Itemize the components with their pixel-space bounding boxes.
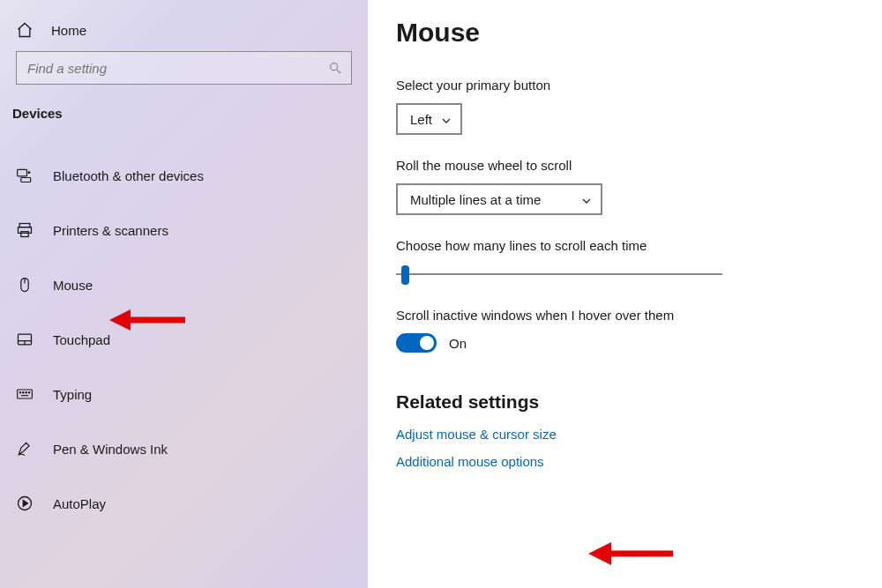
lines-slider[interactable] — [396, 264, 722, 285]
svg-rect-5 — [19, 224, 30, 227]
setting-lines-to-scroll: Choose how many lines to scroll each tim… — [396, 238, 856, 285]
annotation-arrow-link — [587, 539, 675, 569]
bluetooth-devices-icon — [16, 167, 34, 184]
setting-scroll-inactive: Scroll inactive windows when I hover ove… — [396, 308, 856, 353]
chevron-down-icon — [441, 114, 452, 124]
select-value: Left — [410, 112, 432, 127]
wheel-scroll-select[interactable]: Multiple lines at a time — [396, 183, 602, 215]
setting-label: Roll the mouse wheel to scroll — [396, 158, 856, 173]
main-panel: Mouse Select your primary button Left Ro… — [368, 0, 882, 588]
home-icon — [16, 21, 34, 39]
svg-point-16 — [26, 392, 26, 393]
svg-rect-6 — [19, 227, 32, 234]
toggle-value: On — [449, 336, 467, 351]
svg-point-17 — [28, 392, 29, 393]
scroll-inactive-toggle[interactable] — [396, 333, 437, 353]
setting-wheel-scroll: Roll the mouse wheel to scroll Multiple … — [396, 158, 856, 215]
svg-point-14 — [19, 392, 20, 393]
search-icon — [328, 61, 342, 75]
sidebar-item-label: Pen & Windows Ink — [53, 442, 168, 457]
sidebar-item-label: Bluetooth & other devices — [53, 168, 204, 183]
svg-point-0 — [331, 63, 338, 71]
select-value: Multiple lines at a time — [410, 192, 541, 207]
slider-thumb[interactable] — [401, 265, 409, 285]
search-input[interactable] — [27, 61, 328, 76]
sidebar-item-mouse[interactable]: Mouse — [9, 264, 359, 306]
sidebar-item-bluetooth[interactable]: Bluetooth & other devices — [9, 154, 359, 197]
setting-primary-button: Select your primary button Left — [396, 78, 856, 135]
keyboard-icon — [16, 385, 34, 403]
link-additional-options[interactable]: Additional mouse options — [396, 454, 856, 469]
svg-line-1 — [337, 70, 340, 73]
printer-icon — [16, 221, 34, 239]
search-input-container[interactable] — [16, 51, 352, 85]
home-label: Home — [51, 23, 86, 38]
svg-rect-2 — [18, 169, 27, 176]
svg-rect-13 — [18, 390, 33, 398]
related-settings-heading: Related settings — [396, 391, 856, 413]
setting-label: Choose how many lines to scroll each tim… — [396, 238, 856, 253]
sidebar: Home Devices Bluetooth & other devices — [0, 0, 368, 588]
sidebar-item-typing[interactable]: Typing — [9, 373, 359, 415]
link-adjust-cursor[interactable]: Adjust mouse & cursor size — [396, 427, 856, 442]
svg-rect-3 — [21, 178, 31, 182]
svg-point-15 — [23, 392, 24, 393]
setting-label: Select your primary button — [396, 78, 856, 93]
pen-icon — [16, 440, 34, 458]
sidebar-nav: Bluetooth & other devices Printers & sca… — [9, 154, 359, 525]
chevron-down-icon — [581, 194, 592, 205]
autoplay-icon — [16, 495, 34, 512]
sidebar-item-label: Printers & scanners — [53, 223, 168, 238]
touchpad-icon — [16, 331, 34, 348]
svg-marker-20 — [23, 501, 27, 507]
sidebar-item-touchpad[interactable]: Touchpad — [9, 318, 359, 361]
primary-button-select[interactable]: Left — [396, 103, 462, 135]
home-nav[interactable]: Home — [9, 16, 359, 51]
page-title: Mouse — [396, 18, 856, 48]
setting-label: Scroll inactive windows when I hover ove… — [396, 308, 856, 323]
sidebar-item-label: AutoPlay — [53, 496, 106, 511]
slider-track — [396, 273, 722, 275]
sidebar-item-label: Touchpad — [53, 332, 110, 347]
sidebar-item-printers[interactable]: Printers & scanners — [9, 209, 359, 251]
section-title-devices: Devices — [9, 106, 359, 128]
svg-marker-24 — [588, 542, 611, 565]
svg-rect-7 — [21, 232, 28, 237]
sidebar-item-label: Typing — [53, 387, 92, 402]
mouse-icon — [16, 276, 34, 294]
sidebar-item-autoplay[interactable]: AutoPlay — [9, 482, 359, 525]
sidebar-item-label: Mouse — [53, 278, 93, 293]
sidebar-item-pen[interactable]: Pen & Windows Ink — [9, 428, 359, 470]
svg-point-4 — [28, 172, 30, 174]
